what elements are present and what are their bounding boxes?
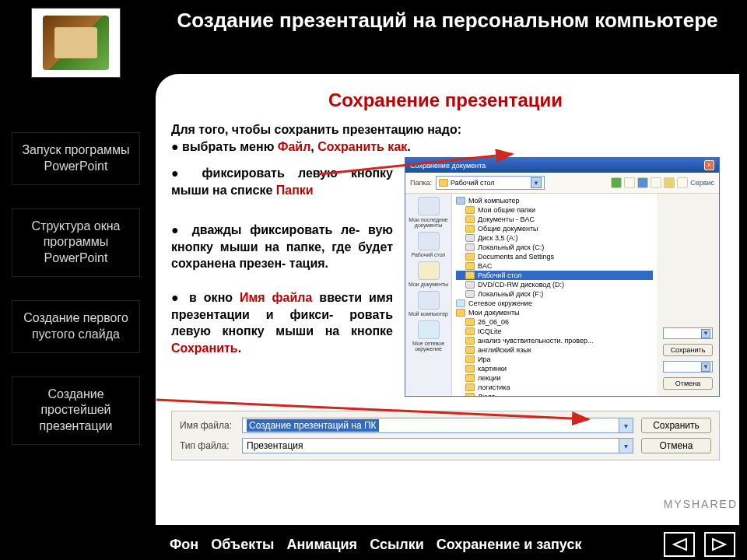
bullet-4: ● в окно Имя файла ввести имя презентаци… <box>171 289 393 356</box>
folder-label: Папка: <box>410 179 432 187</box>
filename-field[interactable]: Создание презентаций на ПК ▾ <box>242 418 633 433</box>
tree-item-label: Мои документы <box>468 309 520 317</box>
tree-item[interactable]: Документы - BAC <box>456 215 653 224</box>
tree-item[interactable]: Мой компьютер <box>456 196 653 205</box>
tree-item[interactable]: анализ чувствительности. провер... <box>456 336 653 345</box>
prev-button[interactable] <box>664 532 695 557</box>
folder-icon <box>465 215 475 223</box>
tree-item[interactable]: Documents and Settings <box>456 252 653 261</box>
place-recent[interactable]: Мои последние документы <box>407 197 450 228</box>
tree-item-label: анализ чувствительности. провер... <box>478 337 594 345</box>
service-menu[interactable]: Сервис <box>690 179 714 187</box>
place-desktop[interactable]: Рабочий стол <box>407 232 450 257</box>
folder-icon <box>465 374 475 382</box>
tree-item[interactable]: английский язык <box>456 345 653 355</box>
tree-item-label: 26_06_06 <box>478 318 509 326</box>
chevron-down-icon: ▼ <box>701 329 710 338</box>
folder-icon <box>465 253 475 261</box>
combo-field[interactable]: ▼ <box>663 327 713 339</box>
close-icon[interactable]: × <box>704 160 714 170</box>
dialog-cancel-button[interactable]: Отмена <box>663 377 713 390</box>
tree-item[interactable]: Люда <box>456 392 653 396</box>
place-mycomp[interactable]: Мой компьютер <box>407 291 450 317</box>
delete-icon[interactable] <box>651 177 661 188</box>
cancel-button[interactable]: Отмена <box>641 438 711 453</box>
folder-tree[interactable]: Мой компьютерМои общие папкиДокументы - … <box>452 194 657 396</box>
nav-objects[interactable]: Объекты <box>205 537 280 553</box>
tree-item[interactable]: Мои документы <box>456 308 653 317</box>
folder-icon <box>465 234 475 242</box>
nav-save-run[interactable]: Сохранение и запуск <box>430 537 588 553</box>
place-network[interactable]: Мое сетевое окружение <box>407 320 450 352</box>
nav-links[interactable]: Ссылки <box>363 537 430 553</box>
tree-item[interactable]: Сетевое окружение <box>456 299 653 308</box>
nav-background[interactable]: Фон <box>163 537 205 553</box>
tree-item[interactable]: ICQLite <box>456 327 653 336</box>
tree-item-label: Сетевое окружение <box>468 299 532 307</box>
tree-item-label: Documents and Settings <box>478 253 554 261</box>
tree-item-label: лекции <box>478 374 500 382</box>
tree-item-label: английский язык <box>478 346 531 354</box>
folder-icon <box>465 290 475 298</box>
folder-icon <box>465 243 475 251</box>
back-icon[interactable] <box>611 177 622 188</box>
tree-item[interactable]: логистика <box>456 383 653 392</box>
sidebar-item-simple-pres[interactable]: Создание простейшей презентации <box>12 376 140 445</box>
tree-item[interactable]: Мои общие папки <box>456 205 653 215</box>
folder-dropdown[interactable]: Рабочий стол ▼ <box>436 176 545 190</box>
tree-item-label: Мой компьютер <box>468 197 520 205</box>
bottom-nav: Фон Объекты Анимация Ссылки Сохранение и… <box>0 529 747 560</box>
save-dialog: Сохранение документа × Папка: Рабочий ст… <box>405 157 720 397</box>
sidebar-item-blank-slide[interactable]: Создание первого пустого слайда <box>12 300 140 353</box>
folder-icon <box>456 197 465 205</box>
network-icon <box>418 320 440 339</box>
sidebar-item-launch[interactable]: Запуск программы PowerPoint <box>12 132 140 185</box>
filetype-field[interactable]: Презентация ▾ <box>242 438 633 453</box>
tree-item[interactable]: DVD/CD-RW дисковод (D:) <box>456 280 653 289</box>
slide-title: Сохранение презентации <box>171 89 720 111</box>
tree-item-label: Диск 3,5 (A:) <box>478 234 518 242</box>
arrow-right-icon <box>711 537 728 551</box>
place-mydocs[interactable]: Мои документы <box>407 261 450 287</box>
tree-item[interactable]: Ира <box>456 355 653 364</box>
tree-item[interactable]: Рабочий стол <box>456 271 653 280</box>
folder-icon <box>465 327 475 335</box>
folder-icon <box>465 355 475 363</box>
sidebar-item-structure[interactable]: Структура окна программы PowerPoint <box>12 208 140 277</box>
save-bar: Имя файла: Создание презентаций на ПК ▾ … <box>171 411 720 460</box>
save-button[interactable]: Сохранить <box>641 418 711 433</box>
bullet-2: ● фиксировать левую кнопку мыши на списк… <box>171 165 393 198</box>
new-folder-icon[interactable] <box>664 177 675 188</box>
up-icon[interactable] <box>624 177 635 188</box>
folder-icon <box>465 225 475 233</box>
folder-icon <box>465 281 475 289</box>
dialog-title-text: Сохранение документа <box>410 162 486 170</box>
places-bar: Мои последние документы Рабочий стол Мои… <box>405 194 452 396</box>
desktop-icon <box>418 232 440 250</box>
tree-item[interactable]: Диск 3,5 (A:) <box>456 233 653 243</box>
tree-item-label: Общие документы <box>478 225 538 233</box>
tree-item-label: Документы - BAC <box>478 215 535 223</box>
tree-item[interactable]: 26_06_06 <box>456 317 653 327</box>
folder-icon <box>465 365 475 373</box>
documents-icon <box>418 261 440 280</box>
folder-icon <box>465 337 475 345</box>
tree-item[interactable]: Локальный диск (C:) <box>456 243 653 252</box>
dialog-save-button[interactable]: Сохранить <box>663 344 713 356</box>
combo-field[interactable]: ▼ <box>663 361 713 373</box>
tree-item[interactable]: BAC <box>456 261 653 271</box>
tree-item[interactable]: Общие документы <box>456 224 653 233</box>
content-area: Сохранение презентации Для того, чтобы с… <box>156 74 739 525</box>
sidebar-item-label: Создание первого пустого слайда <box>23 311 128 341</box>
tree-item[interactable]: картинки <box>456 364 653 373</box>
sidebar-item-label: Создание простейшей презентации <box>39 387 112 433</box>
search-icon[interactable] <box>637 177 648 188</box>
tree-item-label: Люда <box>478 393 496 396</box>
sidebar-item-label: Запуск программы PowerPoint <box>22 143 129 173</box>
text-column: ● фиксировать левую кнопку мыши на списк… <box>171 157 393 397</box>
next-button[interactable] <box>704 532 735 557</box>
tree-item[interactable]: Локальный диск (F:) <box>456 289 653 299</box>
nav-animation[interactable]: Анимация <box>280 537 363 553</box>
views-icon[interactable] <box>677 177 688 188</box>
tree-item[interactable]: лекции <box>456 373 653 383</box>
